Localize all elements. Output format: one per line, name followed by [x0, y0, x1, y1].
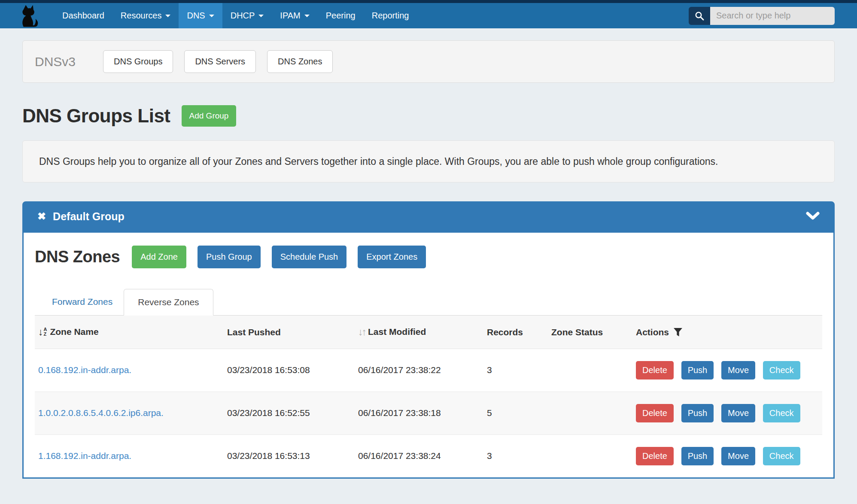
nav-item[interactable]: Reporting — [364, 3, 417, 28]
push-button[interactable]: Push — [681, 361, 714, 380]
page-title: DNS Groups List — [22, 105, 170, 127]
nav-item[interactable]: Peering — [318, 3, 364, 28]
nav-item[interactable]: Dashboard — [54, 3, 112, 28]
search-input[interactable] — [710, 7, 835, 25]
delete-button[interactable]: Delete — [636, 361, 674, 380]
zone-name-link[interactable]: 1.0.0.2.0.8.6.5.4.0.6.2.ip6.arpa. — [38, 408, 164, 418]
cat-logo-icon — [16, 4, 41, 28]
caret-down-icon — [304, 15, 310, 17]
dnsv3-subnav: DNSv3 DNS Groups DNS Servers DNS Zones — [22, 40, 835, 83]
sort-updown-icon[interactable]: ↓↑ — [358, 327, 365, 337]
caret-down-icon — [165, 15, 170, 17]
move-button[interactable]: Move — [721, 361, 755, 380]
add-group-button[interactable]: Add Group — [182, 105, 237, 127]
move-button[interactable]: Move — [721, 447, 755, 465]
last-modified-value: 06/16/2017 23:38:18 — [355, 392, 483, 434]
main-nav: Dashboard Resources DNS DHCP IPAM — [54, 3, 417, 28]
zones-tab[interactable]: Reverse Zones — [124, 289, 213, 316]
zone-row: 1.168.192.in-addr.arpa. 03/23/2018 16:53… — [35, 434, 822, 477]
add-zone-button[interactable]: Add Zone — [132, 246, 186, 268]
zones-section-title: DNS Zones — [35, 248, 120, 266]
push-button[interactable]: Push — [681, 447, 714, 465]
sort-alpha-icon[interactable]: ↓ A Z — [38, 327, 47, 337]
subnav-title: DNSv3 — [35, 55, 76, 69]
description-text: DNS Groups help you to organize all of y… — [39, 153, 782, 170]
last-pushed-value: 03/23/2018 16:53:13 — [224, 434, 355, 477]
move-button[interactable]: Move — [721, 404, 755, 422]
nav-item-label: Peering — [326, 11, 356, 21]
zone-status-value — [548, 434, 632, 477]
delete-button[interactable]: Delete — [636, 447, 674, 465]
zones-head: DNS Zones Add Zone Push Group Schedule P… — [35, 246, 822, 268]
collapse-button[interactable] — [806, 212, 820, 221]
group-title: Default Group — [53, 210, 125, 223]
col-actions[interactable]: Actions — [632, 316, 822, 349]
records-count: 3 — [483, 434, 548, 477]
zone-name-link[interactable]: 1.168.192.in-addr.arpa. — [38, 451, 131, 461]
push-button[interactable]: Push — [681, 404, 714, 422]
push-group-button[interactable]: Push Group — [198, 246, 261, 268]
col-last-pushed[interactable]: Last Pushed — [224, 316, 355, 349]
nav-item[interactable]: IPAM — [272, 3, 317, 28]
subnav-button[interactable]: DNS Groups — [103, 50, 173, 73]
zones-table-header-row: ↓ A Z Zone Name Last Pushed — [35, 316, 822, 349]
col-last-modified[interactable]: ↓↑ Last Modified — [355, 316, 483, 349]
zones-tabs: Forward Zones Reverse Zones — [35, 289, 822, 316]
subnav-button[interactable]: DNS Servers — [184, 50, 256, 73]
nav-item[interactable]: Resources — [112, 3, 179, 28]
col-records[interactable]: Records — [483, 316, 548, 349]
nav-item[interactable]: DHCP — [222, 3, 272, 28]
nav-item-label: Resources — [121, 11, 162, 21]
page-head: DNS Groups List Add Group — [22, 105, 835, 127]
check-button[interactable]: Check — [763, 361, 800, 380]
search-icon — [694, 11, 705, 21]
check-button[interactable]: Check — [763, 447, 800, 465]
nav-item-label: DHCP — [231, 11, 255, 21]
search-button[interactable] — [689, 7, 710, 25]
global-search — [689, 7, 835, 25]
last-modified-value: 06/16/2017 23:38:22 — [355, 349, 483, 392]
last-modified-value: 06/16/2017 23:38:24 — [355, 434, 483, 477]
nav-item-label: Dashboard — [62, 11, 104, 21]
zone-name-link[interactable]: 0.168.192.in-addr.arpa. — [38, 365, 131, 375]
schedule-push-button[interactable]: Schedule Push — [272, 246, 347, 268]
col-zone-status[interactable]: Zone Status — [548, 316, 632, 349]
nav-item[interactable]: DNS — [179, 3, 222, 28]
group-card-header[interactable]: ✖ Default Group — [24, 203, 833, 233]
caret-down-icon — [258, 15, 264, 17]
default-group-card: ✖ Default Group DNS Zones Add Zone Push … — [22, 201, 835, 479]
zones-table: ↓ A Z Zone Name Last Pushed — [35, 316, 822, 477]
caret-down-icon — [209, 15, 214, 17]
export-zones-button[interactable]: Export Zones — [358, 246, 426, 268]
check-button[interactable]: Check — [763, 404, 800, 422]
description-panel: DNS Groups help you to organize all of y… — [22, 140, 835, 182]
app-logo[interactable] — [0, 3, 54, 28]
close-icon[interactable]: ✖ — [37, 210, 46, 222]
col-zone-name[interactable]: ↓ A Z Zone Name — [35, 316, 224, 349]
zone-row: 0.168.192.in-addr.arpa. 03/23/2018 16:53… — [35, 349, 822, 392]
delete-button[interactable]: Delete — [636, 404, 674, 422]
records-count: 3 — [483, 349, 548, 392]
nav-item-label: Reporting — [372, 11, 409, 21]
subnav-button[interactable]: DNS Zones — [267, 50, 333, 73]
zones-tab[interactable]: Forward Zones — [41, 289, 124, 315]
nav-item-label: IPAM — [280, 11, 300, 21]
top-navbar: Dashboard Resources DNS DHCP IPAM — [0, 0, 857, 28]
zone-row: 1.0.0.2.0.8.6.5.4.0.6.2.ip6.arpa. 03/23/… — [35, 392, 822, 434]
filter-icon[interactable] — [673, 327, 683, 337]
last-pushed-value: 03/23/2018 16:53:08 — [224, 349, 355, 392]
zone-status-value — [548, 392, 632, 434]
zone-status-value — [548, 349, 632, 392]
chevron-down-icon — [806, 212, 820, 221]
nav-item-label: DNS — [187, 11, 205, 21]
group-card-body: DNS Zones Add Zone Push Group Schedule P… — [24, 233, 833, 477]
last-pushed-value: 03/23/2018 16:52:55 — [224, 392, 355, 434]
records-count: 5 — [483, 392, 548, 434]
